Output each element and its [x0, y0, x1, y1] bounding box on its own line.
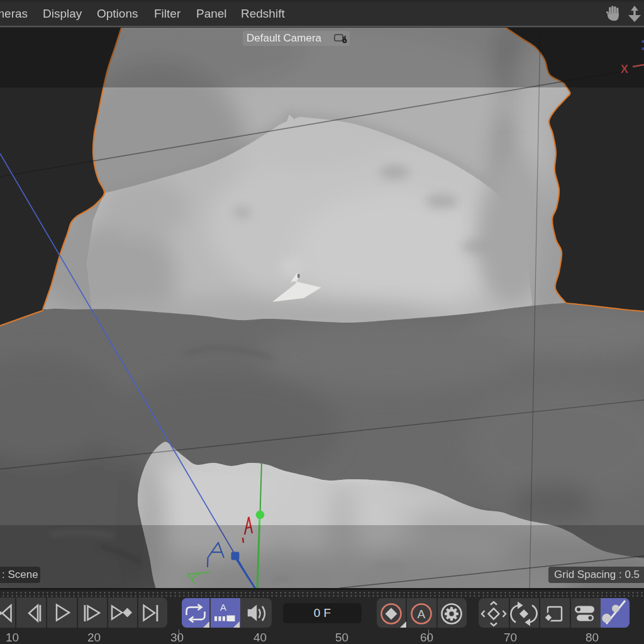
- svg-text:A: A: [418, 608, 426, 621]
- svg-text:A: A: [220, 602, 226, 613]
